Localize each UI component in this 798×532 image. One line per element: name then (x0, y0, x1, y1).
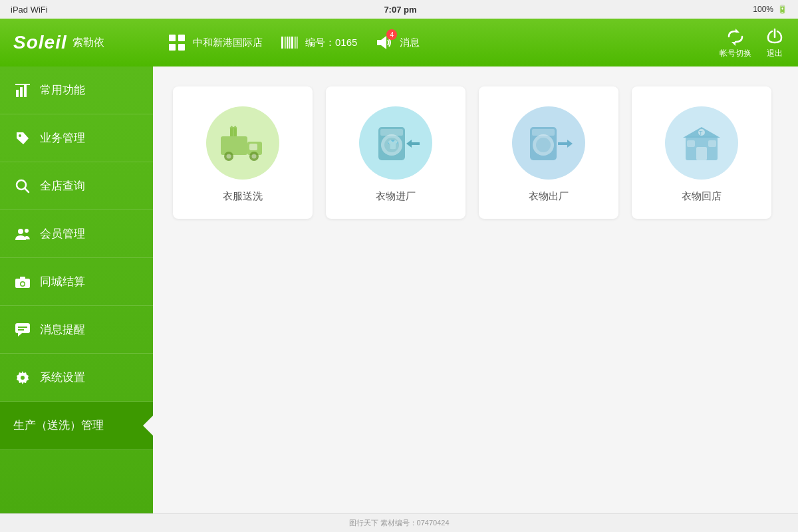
card-label-clothes-return: 衣物回店 (682, 190, 722, 203)
logo-area: Soleil 索勒依 (13, 32, 166, 53)
store-name-label: 中和新港国际店 (193, 37, 263, 49)
svg-point-26 (21, 282, 25, 285)
message-info-item[interactable]: 4 消息 (373, 32, 420, 53)
card-circle-clothes-return: T (665, 106, 738, 180)
svg-rect-57 (687, 140, 695, 147)
svg-point-32 (21, 376, 25, 380)
code-info-item: 编号：0165 (279, 32, 357, 53)
power-icon (765, 27, 785, 47)
users-icon (13, 225, 32, 243)
svg-rect-27 (20, 277, 25, 279)
svg-rect-40 (230, 128, 237, 136)
sidebar-item-message-reminder[interactable]: 消息提醒 (0, 306, 153, 354)
card-circle-clothes-in: 👕 (359, 106, 432, 180)
svg-rect-15 (16, 90, 19, 97)
sidebar-item-common-functions[interactable]: 常用功能 (0, 66, 153, 114)
code-label: 编号：0165 (305, 37, 357, 49)
header-info: 中和新港国际店 编号：0165 (166, 32, 720, 53)
tag-icon (13, 129, 32, 148)
switch-account-button[interactable]: 帐号切换 (720, 27, 751, 59)
svg-text:T: T (699, 130, 703, 136)
speaker-icon: 4 (373, 32, 394, 53)
svg-text:👕: 👕 (387, 139, 399, 150)
svg-rect-56 (696, 147, 707, 160)
logo-stylized: Soleil (13, 32, 67, 53)
cards-grid: 衣服送洗 (173, 86, 771, 219)
battery-icon: 🔋 (777, 5, 787, 14)
camera-icon (13, 273, 32, 291)
svg-rect-33 (221, 136, 247, 155)
svg-rect-0 (169, 35, 176, 41)
card-label-clothes-out: 衣物出厂 (529, 190, 569, 203)
app-container: Soleil 索勒依 中和新港国际店 (0, 19, 798, 532)
svg-rect-44 (380, 129, 403, 136)
svg-point-23 (25, 229, 29, 233)
sidebar-item-system-settings[interactable]: 系统设置 (0, 354, 153, 402)
svg-rect-6 (287, 37, 289, 49)
chat-icon (13, 321, 32, 339)
card-circle-clothes-out (512, 106, 585, 180)
svg-point-39 (252, 154, 257, 159)
sidebar-item-production-management[interactable]: 生产（送洗）管理 (0, 402, 153, 450)
sidebar-label-system-settings: 系统设置 (40, 370, 85, 385)
card-label-clothes-in: 衣物进厂 (376, 190, 416, 203)
message-badge: 4 (386, 29, 397, 40)
svg-rect-9 (295, 37, 296, 49)
svg-rect-58 (708, 140, 716, 147)
svg-rect-35 (249, 144, 257, 150)
footer-text: 图行天下 素材编号：07470424 (349, 518, 450, 528)
status-bar: iPad WiFi 7:07 pm 100% 🔋 (0, 0, 798, 19)
card-send-wash[interactable]: 衣服送洗 (173, 86, 313, 219)
footer-bar: 图行天下 素材编号：07470424 (0, 513, 798, 532)
search-icon (13, 177, 32, 196)
svg-marker-11 (377, 36, 386, 49)
card-clothes-in[interactable]: 👕 衣物进厂 (326, 86, 466, 219)
svg-rect-18 (15, 84, 30, 85)
sidebar-label-city-settlement: 同城结算 (40, 274, 85, 289)
header: Soleil 索勒依 中和新港国际店 (0, 19, 798, 66)
svg-rect-4 (281, 37, 283, 49)
sidebar-item-store-query[interactable]: 全店查询 (0, 162, 153, 210)
sidebar-item-member-management[interactable]: 会员管理 (0, 210, 153, 258)
switch-account-label: 帐号切换 (720, 48, 751, 59)
card-clothes-return[interactable]: T 衣物回店 (632, 86, 771, 219)
svg-rect-17 (24, 84, 27, 97)
status-bar-time: 7:07 pm (384, 5, 416, 15)
status-bar-right: 100% 🔋 (753, 5, 787, 14)
chart-bar-icon (13, 81, 32, 100)
svg-rect-5 (285, 37, 286, 49)
svg-rect-7 (289, 37, 291, 49)
sidebar-item-city-settlement[interactable]: 同城结算 (0, 258, 153, 306)
sidebar-label-member-management: 会员管理 (40, 226, 85, 241)
svg-rect-28 (15, 323, 30, 333)
svg-line-21 (25, 188, 29, 192)
svg-marker-13 (732, 42, 735, 46)
gear-icon (13, 368, 32, 387)
sidebar-label-message-reminder: 消息提醒 (40, 322, 85, 337)
svg-rect-10 (297, 37, 298, 49)
sidebar-item-business-management[interactable]: 业务管理 (0, 114, 153, 162)
sidebar-label-common-functions: 常用功能 (40, 82, 85, 98)
svg-rect-3 (178, 44, 185, 51)
svg-rect-8 (291, 37, 293, 49)
svg-marker-29 (18, 333, 22, 336)
svg-point-19 (19, 134, 21, 137)
status-bar-left: iPad WiFi (11, 5, 48, 15)
logout-button[interactable]: 退出 (765, 27, 785, 59)
svg-marker-53 (567, 140, 573, 148)
card-label-send-wash: 衣服送洗 (223, 190, 263, 203)
sidebar: 常用功能 业务管理 (0, 66, 153, 513)
battery-label: 100% (753, 5, 773, 14)
main-content: 衣服送洗 (153, 66, 798, 513)
store-grid-icon (166, 32, 188, 53)
card-circle-send-wash (206, 106, 279, 180)
store-info-item: 中和新港国际店 (166, 32, 263, 53)
svg-rect-51 (532, 129, 555, 136)
message-label: 消息 (400, 37, 420, 49)
svg-rect-1 (178, 35, 185, 41)
switch-account-icon (726, 27, 745, 47)
header-actions: 帐号切换 退出 (720, 27, 785, 59)
card-clothes-out[interactable]: 衣物出厂 (479, 86, 618, 219)
svg-point-22 (18, 229, 23, 234)
status-ipad-label: iPad WiFi (11, 5, 48, 15)
